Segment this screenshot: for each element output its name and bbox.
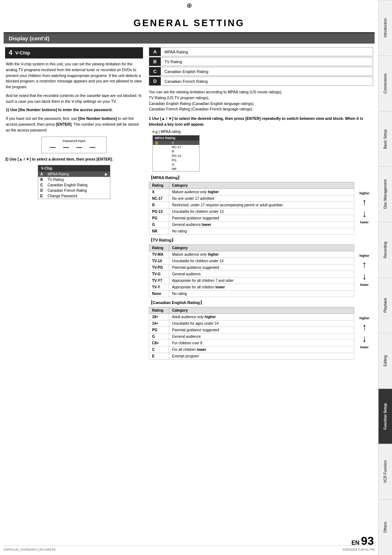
vchip-label-c: Canadian English Rating <box>45 182 110 188</box>
vchip-label-b: TV Rating <box>45 177 110 182</box>
ce-val-c: C <box>149 346 169 353</box>
vchip-menu: V-Chip A MPAA Rating ▶ B TV Rating C Can <box>38 165 110 199</box>
page-title: GENERAL SETTING <box>4 10 375 33</box>
mpaa-mini-g: G <box>170 162 199 167</box>
step1-title: 1) Use [the Number buttons] to enter the… <box>5 107 143 113</box>
mpaa-mini-box: MPAA Rating 🔒 X NC-17 R PG- <box>152 135 200 171</box>
mpaa-mini-pg: PG <box>170 158 199 162</box>
vchip-letter-e: E <box>38 193 45 199</box>
password-label: Password Input <box>45 139 103 143</box>
tv-rating-table: Rating Category TV-MA Mature audience on… <box>149 244 354 297</box>
letter-row-d: D Canadian French Rating <box>149 77 373 86</box>
ce-cat-14: Unsuitable for ages under 14 <box>169 320 354 327</box>
mpaa-mini-table: 🔒 X NC-17 R PG-13 PG <box>153 141 199 171</box>
tab-others[interactable]: Others <box>379 499 392 555</box>
tv-cat-tvma: Mature audience only higher <box>169 251 354 258</box>
mpaa-cat-pg13: Unsuitable for children under 13 <box>169 208 354 215</box>
mpaa-mini-pg13: PG-13 <box>170 154 199 158</box>
ce-row-g: G General audience <box>149 333 354 340</box>
letter-row-a: A MPAA Rating <box>149 47 373 56</box>
tv-row-tvma: TV-MA Mature audience only higher <box>149 251 354 258</box>
canadian-english-title: 【Canadian English Rating】 <box>149 300 373 305</box>
tv-val-tvpg: TV-PG <box>149 264 169 271</box>
ce-cat-pg: Parental guidance suggested <box>169 327 354 333</box>
tv-down-arrow: ↓ <box>362 271 367 281</box>
tv-row-tv14: TV-14 Unsuitable for children under 14 <box>149 258 354 264</box>
mpaa-cat-pg: Parental guidance suggested <box>169 215 354 221</box>
label-mpaa: MPAA Rating <box>161 48 373 56</box>
tab-basic-setup[interactable]: Basic Setup <box>379 111 392 167</box>
tv-row-tvy: TV-Y Appropriate for all children lower <box>149 284 354 290</box>
ce-header-row: Rating Category <box>149 307 354 313</box>
tv-higher-label: higher <box>359 254 369 258</box>
step4-title: V-Chip <box>15 50 30 56</box>
step4-intro2: And be noted that the recorded contents … <box>5 93 143 105</box>
canadian-english-wrapper: Rating Category 18+ Adult audience only … <box>149 307 354 360</box>
ce-val-g: G <box>149 333 169 340</box>
mpaa-mini-row-nc17: NC-17 <box>153 145 199 149</box>
tv-cat-none: No rating <box>169 290 354 297</box>
tv-val-none: None <box>149 290 169 297</box>
tab-function-setup[interactable]: Function Setup <box>379 389 392 444</box>
tv-val-tvy7: TV-Y7 <box>149 277 169 284</box>
mpaa-mini-row-pg13: PG-13 <box>153 154 199 158</box>
tv-cat-tvy7: Appropriate for all children 7 and older <box>169 277 354 284</box>
ce-val-pg: PG <box>149 327 169 333</box>
tv-row-none: None No rating <box>149 290 354 297</box>
mpaa-mini-title: MPAA Rating <box>153 135 199 141</box>
vchip-item-d: D Canadian French Rating <box>38 188 110 193</box>
eg-text: e.g.) MPAA rating <box>149 130 373 134</box>
ce-down-arrow: ↓ <box>362 334 367 343</box>
mpaa-mini-x: X <box>170 141 199 145</box>
vchip-item-e: E Change Password <box>38 193 110 199</box>
tab-playback[interactable]: Playback <box>379 278 392 333</box>
letter-row-b: B TV Rating <box>149 57 373 66</box>
mpaa-table-wrapper: Rating Category X Mature audience only h… <box>149 182 354 235</box>
vchip-letter-c: C <box>38 182 45 188</box>
tab-introduction[interactable]: Introduction <box>379 0 392 56</box>
tv-table-wrapper: Rating Category TV-MA Mature audience on… <box>149 244 354 297</box>
tv-header-row: Rating Category <box>149 244 354 251</box>
tv-cat-tvpg: Parental guidance suggested <box>169 264 354 271</box>
mpaa-rating-table: Rating Category X Mature audience only h… <box>149 182 354 235</box>
vchip-item-c: C Canadian English Rating <box>38 182 110 188</box>
vchip-label-a: MPAA Rating ▶ <box>45 171 110 177</box>
mpaa-cat-g: General audience lower <box>169 221 354 228</box>
tab-recording[interactable]: Recording <box>379 222 392 278</box>
mpaa-row-g: G General audience lower <box>149 221 354 228</box>
ce-row-e: E Exempt program <box>149 353 354 359</box>
mpaa-mini-nc17: NC-17 <box>170 145 199 149</box>
mpaa-row-r: R Restricted; under 17 requires accompan… <box>149 202 354 208</box>
tab-editing[interactable]: Editing <box>379 333 392 389</box>
tv-cat-tvy: Appropriate for all children lower <box>169 284 354 290</box>
mpaa-row-x: X Mature audience only higher <box>149 189 354 195</box>
step4-intro: With the V-chip system in this unit, you… <box>5 61 143 90</box>
vchip-menu-table: A MPAA Rating ▶ B TV Rating C Canadian E… <box>38 171 110 199</box>
tv-val-tvg: TV-G <box>149 271 169 277</box>
label-canadian-english: Canadian English Rating <box>161 67 373 76</box>
mpaa-row-pg: PG Parental guidance suggested <box>149 215 354 221</box>
sidebar-tabs: Introduction Connections Basic Setup Dis… <box>378 0 392 555</box>
letter-boxes: A MPAA Rating B TV Rating C Canadian Eng… <box>149 47 373 86</box>
mpaa-down-arrow: ↓ <box>362 209 367 218</box>
ce-up-arrow: ↑ <box>362 322 367 332</box>
mpaa-up-arrow: ↑ <box>362 197 367 207</box>
tab-disc-management[interactable]: Disc Management <box>379 166 392 222</box>
en-label: EN <box>351 540 359 546</box>
tab-connections[interactable]: Connections <box>379 56 392 111</box>
info-text: You can set the viewing limitation accor… <box>149 89 373 112</box>
tv-th-rating: Rating <box>149 244 169 251</box>
mpaa-th-category: Category <box>169 182 354 189</box>
tv-cat-tvg: General audience <box>169 271 354 277</box>
password-box: Password Input — — — — <box>41 137 107 153</box>
mpaa-hl-arrows: higher ↑ ↓ lower <box>356 190 372 235</box>
mpaa-val-pg13: PG-13 <box>149 208 169 215</box>
tab-vcr-function[interactable]: VCR Function <box>379 444 392 499</box>
ce-th-category: Category <box>169 307 354 313</box>
bold-instruction: 1 Use [▲ / ▼] to select the desired rati… <box>149 116 373 127</box>
mpaa-val-r: R <box>149 202 169 208</box>
tv-row-tvpg: TV-PG Parental guidance suggested <box>149 264 354 271</box>
tv-hl-arrows: higher ↑ ↓ lower <box>356 252 372 297</box>
tv-lower-label: lower <box>360 283 369 287</box>
bottom-left-text: E9PKAUD_DVR620KU_EN.indd 93 <box>4 548 56 551</box>
